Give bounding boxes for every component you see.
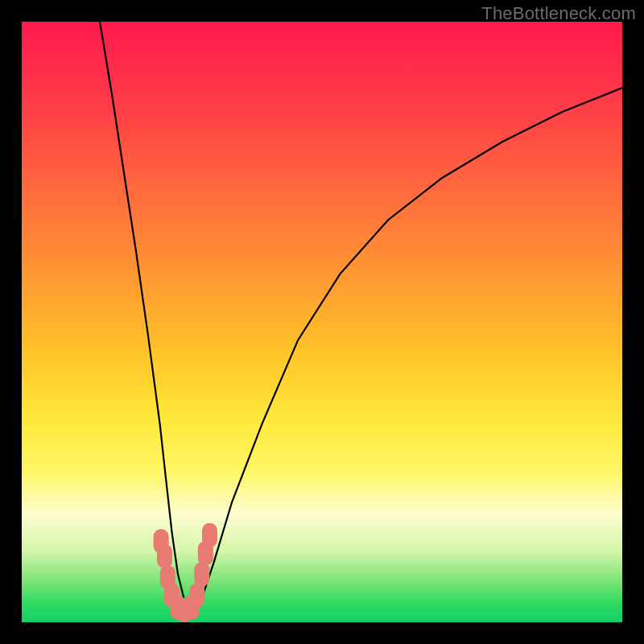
highlight-markers [22,22,622,622]
chart-frame: TheBottleneck.com [0,0,644,644]
marker-dot [189,583,204,607]
watermark-text: TheBottleneck.com [481,3,636,24]
plot-area [22,22,622,622]
marker-dot [157,544,172,568]
marker-dot [194,562,209,586]
marker-dot [202,523,217,547]
